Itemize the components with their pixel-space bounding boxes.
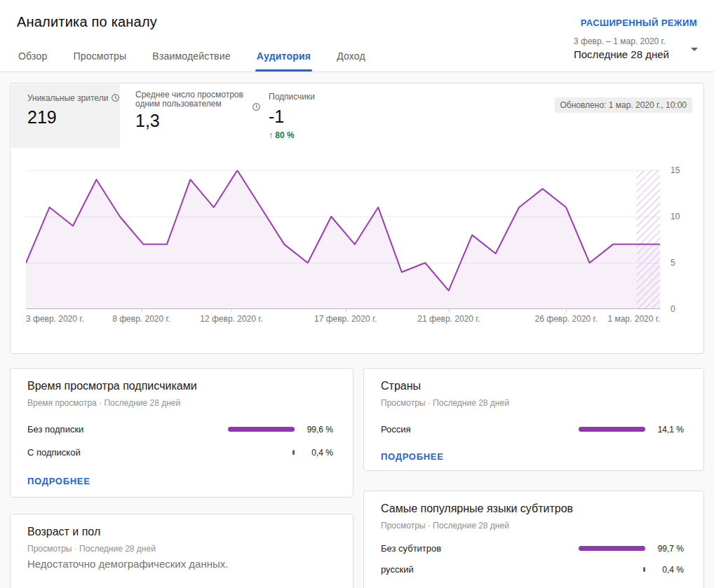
bar <box>579 546 645 551</box>
metric-label: Уникальные зрители <box>27 93 108 103</box>
stat-row: Без подписки 99,6 % <box>27 423 333 437</box>
row-value: 0,4 % <box>298 446 333 460</box>
tab-overview[interactable]: Обзор <box>17 50 48 71</box>
row-value: 99,6 % <box>298 423 333 437</box>
card-title: Самые популярные языки субтитров <box>381 502 573 515</box>
x-tick-mark <box>566 309 567 312</box>
bar-track <box>579 546 645 551</box>
watch-time-members-card: Время просмотра подписчиками Время просм… <box>10 368 353 498</box>
see-more-link[interactable]: ПОДРОБНЕЕ <box>381 451 444 462</box>
card-subtitle: Просмотры · Последние 28 дней <box>381 398 509 408</box>
x-tick-label: 3 февр. 2020 г. <box>26 314 84 324</box>
metric-label-line2: одним пользователем <box>135 99 222 109</box>
card-title: Возраст и пол <box>27 526 100 538</box>
insufficient-data-message: Недостаточно демографических данных. <box>27 558 228 570</box>
x-tick-mark <box>346 309 346 312</box>
x-tick-label: 1 мар. 2020 г. <box>607 314 660 324</box>
y-tick-label: 10 <box>671 212 696 221</box>
tab-reach[interactable]: Просмотры <box>72 50 128 71</box>
bar-track <box>579 427 645 432</box>
date-preset-text: Последние 28 дней <box>574 48 701 60</box>
page-title: Аналитика по каналу <box>17 14 157 30</box>
tab-audience[interactable]: Аудитория <box>255 50 312 71</box>
row-value: 0,4 % <box>649 563 684 577</box>
stat-row: С подпиской 0,4 % <box>27 446 333 460</box>
updated-badge: Обновлено: 1 мар. 2020 г., 10:00 <box>555 97 693 113</box>
analytics-tabs: Обзор Просмотры Взаимодействие Аудитория… <box>17 50 367 71</box>
bar-track <box>228 427 295 432</box>
date-range-picker[interactable]: 3 февр. – 1 мар. 2020 г. Последние 28 дн… <box>574 36 701 60</box>
card-subtitle: Просмотры · Последние 28 дней <box>27 544 156 554</box>
tab-revenue[interactable]: Доход <box>335 50 367 71</box>
stat-row: Россия 14,1 % <box>381 423 684 437</box>
card-title: Время просмотра подписчиками <box>27 380 197 392</box>
advanced-mode-link[interactable]: РАСШИРЕННЫЙ РЕЖИМ <box>581 18 697 28</box>
clock-icon <box>252 102 261 111</box>
metric-value: -1 <box>269 107 284 127</box>
bar <box>292 450 295 455</box>
bar <box>228 427 295 432</box>
subtitle-languages-card: Самые популярные языки субтитров Просмот… <box>363 491 704 588</box>
active-tab-underline <box>255 69 312 71</box>
up-arrow-icon: ↑ <box>269 130 273 140</box>
card-subtitle: Время просмотра · Последние 28 дней <box>27 398 180 408</box>
unique-viewers-chart <box>26 170 660 309</box>
area-chart-svg <box>26 170 660 309</box>
x-tick-label: 12 февр. 2020 г. <box>200 314 262 324</box>
see-more-link[interactable]: ПОДРОБНЕЕ <box>27 476 90 486</box>
x-tick-mark <box>231 309 232 312</box>
metric-value: 219 <box>27 107 57 128</box>
clock-icon <box>111 93 120 102</box>
page-header: Аналитика по каналу РАСШИРЕННЫЙ РЕЖИМ Об… <box>0 0 714 72</box>
metric-label: Подписчики <box>269 93 315 102</box>
metric-value: 1,3 <box>135 111 160 131</box>
bar-track <box>579 567 645 572</box>
metric-avg-views-per-viewer[interactable]: Среднее число просмотров одним пользоват… <box>135 83 269 148</box>
bar-track <box>228 450 295 455</box>
metric-delta: 80 % <box>275 130 294 140</box>
row-value: 99,7 % <box>649 542 684 556</box>
y-tick-label: 15 <box>671 165 696 175</box>
metric-unique-viewers[interactable]: Уникальные зрители 219 <box>11 84 120 148</box>
card-subtitle: Просмотры · Последние 28 дней <box>381 521 509 531</box>
metric-subscribers[interactable]: Подписчики -1 ↑ 80 % <box>269 83 360 148</box>
tab-engagement[interactable]: Взаимодействие <box>151 50 232 71</box>
row-value: 14,1 % <box>649 423 684 437</box>
age-gender-card: Возраст и пол Просмотры · Последние 28 д… <box>10 514 353 588</box>
x-tick-label: 8 февр. 2020 г. <box>112 314 170 324</box>
x-tick-mark <box>142 309 142 312</box>
y-tick-label: 0 <box>671 304 696 314</box>
date-range-text: 3 февр. – 1 мар. 2020 г. <box>574 36 701 46</box>
y-tick-label: 5 <box>671 258 696 268</box>
x-tick-mark <box>449 309 450 312</box>
stat-row: русский 0,4 % <box>381 563 684 577</box>
audience-overview-card: Уникальные зрители 219 Среднее число про… <box>10 83 704 354</box>
x-tick-label: 17 февр. 2020 г. <box>314 314 377 324</box>
chevron-down-icon <box>691 48 698 51</box>
bar <box>579 427 645 432</box>
bar <box>643 567 645 572</box>
countries-card: Страны Просмотры · Последние 28 дней Рос… <box>363 368 704 471</box>
stat-row: Без субтитров 99,7 % <box>381 542 684 556</box>
metric-label-line1: Среднее число просмотров <box>135 90 243 100</box>
card-title: Страны <box>381 380 421 392</box>
x-tick-label: 26 февр. 2020 г. <box>535 314 598 324</box>
x-tick-label: 21 февр. 2020 г. <box>417 314 480 324</box>
